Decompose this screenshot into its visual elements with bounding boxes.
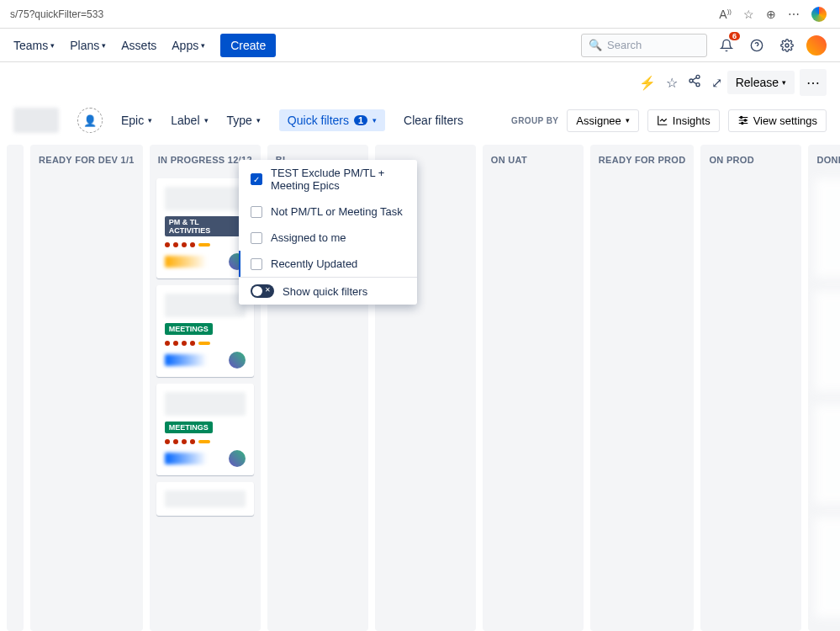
quick-filters-count: 1 — [354, 115, 367, 125]
epic-filter[interactable]: Epic▾ — [121, 114, 152, 127]
svg-point-5 — [740, 116, 742, 118]
url-text: s/75?quickFilter=533 — [7, 8, 103, 20]
tag-meetings: MEETINGS — [165, 422, 213, 433]
fullscreen-icon[interactable]: ⤢ — [711, 75, 722, 91]
more-browser-icon[interactable]: ⋯ — [788, 8, 800, 21]
board-header: ⚡ ☆ ⤢ Release ▾ ⋯ — [0, 62, 840, 103]
assignee-avatar[interactable] — [229, 450, 246, 467]
card-title — [165, 294, 246, 317]
chevron-down-icon: ▾ — [148, 116, 152, 125]
favorite-star-icon[interactable]: ☆ — [743, 8, 754, 21]
share-icon[interactable] — [688, 74, 701, 91]
svg-point-2 — [696, 75, 700, 78]
notifications-button[interactable]: 6 — [716, 34, 737, 56]
browser-bar: s/75?quickFilter=533 A)) ☆ ⊕ ⋯ — [0, 0, 840, 29]
board-card[interactable] — [156, 482, 254, 516]
chevron-down-icon: ▾ — [256, 116, 261, 125]
search-input[interactable]: 🔍 Search — [581, 34, 707, 57]
checkbox-checked-icon: ✓ — [251, 173, 262, 185]
checkbox-icon — [251, 258, 262, 270]
copilot-icon[interactable] — [811, 7, 827, 22]
help-button[interactable] — [746, 34, 768, 56]
dropdown-option[interactable]: Assigned to me — [239, 225, 417, 251]
checkbox-icon — [251, 232, 262, 244]
card-title — [165, 490, 246, 507]
quick-filters-button[interactable]: Quick filters 1 ▾ — [279, 109, 385, 131]
top-nav: Teams▾ Plans▾ Assets Apps▾ Create 🔍 Sear… — [0, 29, 840, 62]
automation-icon[interactable]: ⚡ — [639, 75, 656, 91]
text-size-icon[interactable]: A)) — [719, 8, 732, 21]
card-key — [165, 354, 207, 366]
column-header: ON UAT — [489, 151, 577, 172]
chevron-down-icon: ▾ — [204, 116, 209, 125]
tag-pmtl: PM & TL ACTIVITIES — [165, 216, 246, 236]
svg-point-7 — [741, 122, 742, 124]
search-icon: 🔍 — [589, 39, 602, 51]
settings-button[interactable] — [776, 34, 798, 56]
board-card[interactable] — [815, 517, 840, 618]
view-settings-button[interactable]: View settings — [728, 109, 827, 132]
nav-plans[interactable]: Plans▾ — [70, 39, 106, 52]
create-button[interactable]: Create — [220, 34, 276, 57]
column-header: ON PROD — [707, 151, 795, 172]
quick-filters-dropdown: ✓ TEST Exclude PM/TL + Meeting Epics Not… — [239, 160, 417, 305]
filter-bar: 👤 Epic▾ Label▾ Type▾ Quick filters 1 ▾ C… — [0, 103, 840, 138]
type-filter[interactable]: Type▾ — [227, 114, 261, 127]
star-icon[interactable]: ☆ — [666, 75, 678, 91]
column-on-uat[interactable]: ON UAT — [483, 145, 584, 631]
label-filter[interactable]: Label▾ — [171, 114, 208, 127]
add-people-button[interactable]: 👤 — [77, 108, 103, 133]
group-by-label: GROUP BY — [511, 116, 558, 125]
column-done[interactable]: DONE 22/22 — [808, 145, 840, 631]
nav-teams[interactable]: Teams▾ — [13, 39, 55, 52]
svg-point-1 — [785, 44, 789, 47]
release-button[interactable]: Release ▾ — [727, 71, 795, 94]
column-header: DONE 22/22 — [815, 151, 840, 172]
clear-filters-button[interactable]: Clear filters — [404, 114, 463, 127]
board-card[interactable]: MEETINGS — [156, 384, 254, 475]
column-ready-for-dev[interactable]: READY FOR DEV 1/1 — [30, 145, 143, 631]
priority-indicator — [165, 341, 246, 346]
svg-point-4 — [696, 83, 700, 87]
browser-controls: A)) ☆ ⊕ ⋯ — [719, 7, 833, 22]
board-card[interactable] — [815, 405, 840, 505]
kanban-board: READY FOR DEV 1/1 IN PROGRESS 12/12 PM &… — [0, 138, 840, 631]
card-key — [165, 256, 207, 268]
dropdown-option[interactable]: Not PM/TL or Meeting Task — [239, 199, 417, 225]
show-quick-filters-toggle[interactable]: ✕ Show quick filters — [239, 278, 417, 305]
insights-button[interactable]: Insights — [647, 109, 720, 132]
svg-point-3 — [689, 79, 693, 82]
board-card[interactable] — [815, 178, 840, 278]
chevron-down-icon: ▾ — [782, 78, 786, 87]
chevron-down-icon: ▾ — [626, 116, 630, 125]
column-ready-for-prod[interactable]: READY FOR PROD — [590, 145, 695, 631]
column-partial — [7, 145, 24, 631]
user-avatar[interactable] — [806, 35, 827, 56]
card-title — [165, 187, 246, 210]
chevron-down-icon: ▾ — [201, 41, 205, 50]
column-header: READY FOR PROD — [597, 151, 688, 172]
notif-badge: 6 — [729, 32, 740, 40]
checkbox-icon — [251, 206, 262, 218]
assignee-avatar[interactable] — [229, 352, 246, 369]
more-actions-button[interactable]: ⋯ — [800, 69, 827, 96]
toggle-off-icon: ✕ — [251, 284, 274, 298]
dropdown-option[interactable]: Recently Updated — [239, 251, 417, 277]
priority-indicator — [165, 242, 246, 247]
dropdown-option[interactable]: ✓ TEST Exclude PM/TL + Meeting Epics — [239, 160, 417, 199]
assignee-groupby[interactable]: Assignee▾ — [567, 109, 638, 132]
search-filter[interactable] — [13, 108, 59, 133]
priority-indicator — [165, 439, 246, 444]
chevron-down-icon: ▾ — [102, 41, 106, 50]
nav-apps[interactable]: Apps▾ — [172, 39, 205, 52]
collections-icon[interactable]: ⊕ — [766, 8, 776, 21]
nav-assets[interactable]: Assets — [121, 39, 156, 52]
board-card[interactable] — [815, 291, 840, 391]
tag-meetings: MEETINGS — [165, 323, 213, 335]
chevron-down-icon: ▾ — [372, 116, 377, 125]
chevron-down-icon: ▾ — [50, 41, 55, 50]
column-header: READY FOR DEV 1/1 — [37, 151, 136, 172]
column-on-prod[interactable]: ON PROD — [700, 145, 801, 631]
svg-point-6 — [744, 119, 746, 121]
card-title — [165, 392, 246, 416]
